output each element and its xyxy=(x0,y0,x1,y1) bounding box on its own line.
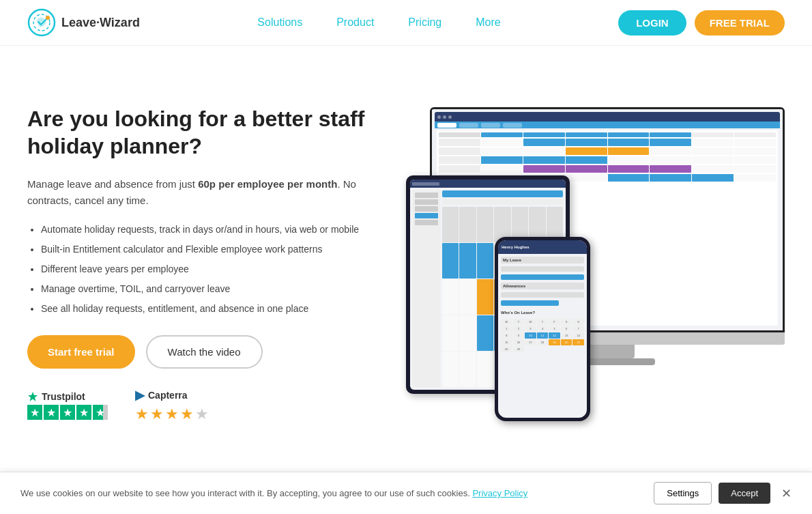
feature-item: See all holiday requests, entitlement, a… xyxy=(41,302,392,316)
nav-more[interactable]: More xyxy=(476,16,500,29)
tablet-sidebar xyxy=(413,190,440,387)
subnav-tab xyxy=(481,123,500,128)
nav-pricing[interactable]: Pricing xyxy=(408,16,441,29)
cal-row xyxy=(439,139,776,146)
feature-item: Manage overtime, TOIL, and carryover lea… xyxy=(41,282,392,296)
cal-day-header xyxy=(650,132,691,137)
device-mockup: Henry Hughes My Leave Allowances Who's O… xyxy=(406,107,785,421)
feature-item: Automate holiday requests, track in days… xyxy=(41,223,392,237)
svg-marker-3 xyxy=(28,392,38,401)
topbar-dot xyxy=(448,115,452,119)
cal-header-row xyxy=(439,132,776,137)
cal-day-header xyxy=(692,132,734,137)
subnav-tab xyxy=(503,123,522,128)
phone-section-my-leave: My Leave xyxy=(501,257,584,263)
free-trial-button[interactable]: FREE TRIAL xyxy=(695,10,785,35)
cal-day-header xyxy=(481,132,523,137)
capterra-star-1: ★ xyxy=(135,405,149,423)
feature-item: Built-in Entitlement calculator and Flex… xyxy=(41,242,392,257)
phone-topbar: Henry Hughes xyxy=(498,240,587,254)
cal-label xyxy=(439,132,480,137)
trust-badges: Trustpilot ▶ Capterra ★ ★ xyxy=(27,388,392,423)
capterra-icon: ▶ xyxy=(135,388,145,403)
capterra-label: ▶ Capterra xyxy=(135,388,209,403)
start-free-trial-button[interactable]: Start free trial xyxy=(27,335,135,369)
login-button[interactable]: LOGIN xyxy=(618,10,686,35)
hero-title: Are you looking for a better staff holid… xyxy=(27,105,392,160)
cal-day-header xyxy=(608,132,650,137)
hero-features-list: Automate holiday requests, track in days… xyxy=(27,223,392,316)
capterra-badge: ▶ Capterra ★ ★ ★ ★ ★ xyxy=(135,388,209,423)
cal-row xyxy=(439,156,776,164)
tablet-subheader xyxy=(442,199,563,205)
phone-screen: Henry Hughes My Leave Allowances Who's O… xyxy=(498,240,587,418)
hero-content: Are you looking for a better staff holid… xyxy=(27,105,406,423)
nav-product[interactable]: Product xyxy=(336,16,374,29)
trustpilot-stars xyxy=(27,405,108,420)
tablet-topbar xyxy=(410,180,566,188)
tablet-header xyxy=(442,190,563,197)
capterra-star-2: ★ xyxy=(150,405,164,423)
hero-section: Are you looking for a better staff holid… xyxy=(0,46,812,469)
hero-buttons: Start free trial Watch the video xyxy=(27,335,392,369)
logo-icon xyxy=(27,8,56,37)
star-1 xyxy=(27,405,42,420)
feature-item: Different leave years per employee xyxy=(41,262,392,276)
star-4 xyxy=(76,405,91,420)
cal-day-header xyxy=(566,132,607,137)
trustpilot-label: Trustpilot xyxy=(27,391,108,402)
star-5-half xyxy=(93,405,108,420)
phone-mini-calendar: M T W T F S S 1 2 3 4 5 6 xyxy=(501,319,584,352)
star-3 xyxy=(60,405,75,420)
nav-actions: LOGIN FREE TRIAL xyxy=(618,10,785,35)
phone-section-allowances: Allowances xyxy=(501,283,584,289)
cal-row xyxy=(439,147,776,155)
capterra-stars: ★ ★ ★ ★ ★ xyxy=(135,405,209,423)
nav-solutions[interactable]: Solutions xyxy=(257,16,302,29)
logo[interactable]: Leave·Wizard xyxy=(27,8,140,37)
capterra-star-4: ★ xyxy=(180,405,194,423)
trustpilot-icon xyxy=(27,391,38,402)
app-subnav xyxy=(435,122,780,128)
hero-devices: Henry Hughes My Leave Allowances Who's O… xyxy=(406,107,785,421)
phone-whos-on-leave: Who's On Leave? xyxy=(501,311,584,315)
brand-name: Leave·Wizard xyxy=(61,16,140,30)
trustpilot-badge: Trustpilot xyxy=(27,391,108,420)
topbar-dot xyxy=(437,115,441,119)
topbar-dot xyxy=(443,115,446,119)
subnav-tab xyxy=(459,123,478,128)
capterra-star-3: ★ xyxy=(165,405,179,423)
cal-row xyxy=(439,165,776,173)
phone-device: Henry Hughes My Leave Allowances Who's O… xyxy=(495,237,590,421)
cal-day-header xyxy=(523,132,565,137)
nav-links: Solutions Product Pricing More xyxy=(257,16,500,29)
phone-user-name: Henry Hughes xyxy=(502,245,530,249)
svg-point-2 xyxy=(46,16,50,20)
app-topbar xyxy=(435,112,780,122)
navbar: Leave·Wizard Solutions Product Pricing M… xyxy=(0,0,812,46)
hero-subtitle: Manage leave and absence from just 60p p… xyxy=(27,176,392,209)
watch-video-button[interactable]: Watch the video xyxy=(146,335,263,369)
star-2 xyxy=(44,405,59,420)
cal-day-header xyxy=(734,132,776,137)
phone-content: My Leave Allowances Who's On Leave? M T … xyxy=(498,254,587,355)
subnav-tab xyxy=(437,123,456,128)
capterra-star-half: ★ xyxy=(195,405,209,423)
